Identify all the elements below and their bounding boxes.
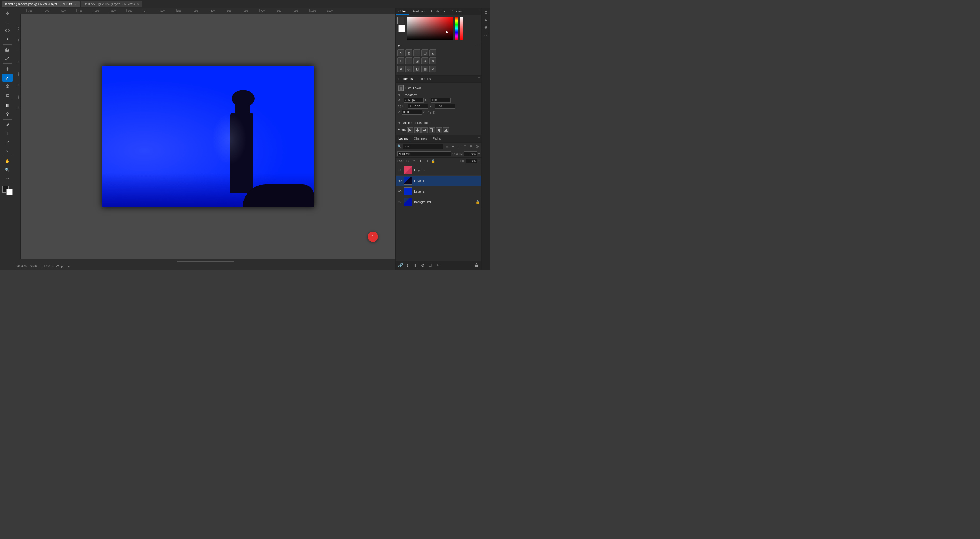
- channelmix-adj-icon[interactable]: ⊗: [430, 57, 436, 64]
- flip-v-icon[interactable]: ⇅: [433, 110, 436, 115]
- background-visibility-icon[interactable]: 👁: [397, 200, 402, 204]
- tab-gradients[interactable]: Gradients: [428, 8, 448, 15]
- fill-dropdown-icon[interactable]: ▾: [478, 159, 480, 163]
- text-tool[interactable]: T: [2, 129, 13, 137]
- layer-item-2[interactable]: 👁 Layer 2: [396, 186, 481, 197]
- foreground-color-square[interactable]: [397, 17, 404, 24]
- selection-tool[interactable]: ⬚: [2, 18, 13, 26]
- layer-filter-smart-icon[interactable]: ⊕: [469, 144, 474, 149]
- edge-tools-icon[interactable]: ⚙: [483, 9, 489, 16]
- canvas-image[interactable]: [102, 65, 314, 207]
- clone-tool[interactable]: [2, 82, 13, 90]
- tab-paths[interactable]: Paths: [430, 136, 444, 142]
- layer-group-button[interactable]: □: [427, 262, 433, 268]
- lock-pixels-icon[interactable]: ✒: [412, 158, 417, 163]
- scrollbar-horizontal[interactable]: [15, 259, 395, 263]
- layer-1-visibility-icon[interactable]: 👁: [397, 179, 402, 183]
- w-input[interactable]: [404, 98, 424, 102]
- tab-patterns[interactable]: Patterns: [448, 8, 465, 15]
- color-panel-expand-icon[interactable]: ⋯: [478, 8, 481, 15]
- opacity-dropdown-icon[interactable]: ▾: [478, 152, 480, 155]
- vibrance-adj-icon[interactable]: ◭: [430, 49, 436, 56]
- align-top-icon[interactable]: [429, 127, 435, 133]
- align-collapse-icon[interactable]: ▼: [398, 121, 401, 124]
- gradientmap-adj-icon[interactable]: ▤: [422, 65, 428, 72]
- more-info-icon[interactable]: ▶: [68, 265, 70, 268]
- fill-input[interactable]: [466, 159, 477, 163]
- canvas-content[interactable]: 1: [21, 14, 395, 259]
- brightness-adj-icon[interactable]: ☀: [397, 49, 404, 56]
- edge-actions-icon[interactable]: Ai: [483, 32, 489, 38]
- align-right-icon[interactable]: [422, 127, 428, 133]
- lock-all-icon[interactable]: 🔒: [431, 158, 436, 163]
- layer-effects-button[interactable]: ƒ: [405, 262, 411, 268]
- fab-annotation-button[interactable]: 1: [368, 231, 378, 242]
- h-input[interactable]: [408, 104, 428, 108]
- magic-wand-tool[interactable]: ✦: [2, 35, 13, 43]
- align-left-icon[interactable]: [407, 127, 414, 133]
- link-wh-icon[interactable]: ⛓: [398, 104, 401, 108]
- levels-adj-icon[interactable]: ▦: [405, 49, 412, 56]
- color-spectrum[interactable]: [407, 17, 453, 40]
- tab-channels[interactable]: Channels: [411, 136, 430, 142]
- extras-button[interactable]: ···: [2, 174, 13, 182]
- layer-delete-button[interactable]: 🗑: [473, 262, 480, 268]
- bw-adj-icon[interactable]: ◪: [414, 57, 420, 64]
- posterize-adj-icon[interactable]: ◎: [405, 65, 412, 72]
- layer-new-button[interactable]: +: [434, 262, 441, 268]
- flip-h-icon[interactable]: ⇆: [428, 110, 431, 115]
- shape-tool[interactable]: ○: [2, 147, 13, 155]
- properties-expand-icon[interactable]: ⋯: [478, 76, 481, 83]
- angle-dropdown-icon[interactable]: ▾: [423, 111, 425, 114]
- eyedropper-tool[interactable]: [2, 54, 13, 62]
- layer-3-visibility-icon[interactable]: 👁: [397, 168, 402, 172]
- path-selection-tool[interactable]: ↗: [2, 138, 13, 146]
- exposure-adj-icon[interactable]: ◫: [422, 49, 428, 56]
- layer-link-button[interactable]: 🔗: [397, 262, 404, 268]
- lock-artboard-icon[interactable]: ⊞: [424, 158, 430, 163]
- zoom-tool[interactable]: 🔍: [2, 166, 13, 174]
- hue-bar[interactable]: [455, 17, 458, 40]
- layer-filter-shape-icon[interactable]: □: [463, 144, 468, 149]
- layers-panel-expand-icon[interactable]: ⋯: [478, 136, 481, 142]
- eraser-tool[interactable]: [2, 91, 13, 99]
- tab-blending-modes[interactable]: blending modes.psd @ 66.7% (Layer 1, RGB…: [2, 1, 80, 7]
- color-swatches[interactable]: [2, 186, 13, 195]
- x-input[interactable]: [431, 98, 451, 102]
- brush-tool[interactable]: [2, 73, 13, 81]
- spectrum-cursor[interactable]: [446, 31, 449, 33]
- pen-tool[interactable]: [2, 121, 13, 129]
- tab-libraries[interactable]: Libraries: [416, 76, 433, 83]
- angle-input[interactable]: [402, 110, 422, 115]
- blend-mode-select[interactable]: Hard Mix Normal Multiply Screen Overlay …: [397, 151, 451, 156]
- background-color-square[interactable]: [398, 25, 405, 32]
- invert-adj-icon[interactable]: ◈: [397, 65, 404, 72]
- opacity-bar[interactable]: [460, 17, 463, 40]
- align-center-h-icon[interactable]: [414, 127, 420, 133]
- hsl-adj-icon[interactable]: ⊞: [397, 57, 404, 64]
- layer-mask-button[interactable]: ◫: [412, 262, 418, 268]
- layer-filter-pixel-icon[interactable]: ▤: [444, 144, 449, 149]
- edge-history-icon[interactable]: ◉: [483, 24, 489, 30]
- crop-tool[interactable]: [2, 46, 13, 54]
- colorbalance-adj-icon[interactable]: ⊟: [405, 57, 412, 64]
- tab-swatches[interactable]: Swatches: [409, 8, 428, 15]
- layers-search-input[interactable]: [403, 144, 443, 149]
- layer-2-visibility-icon[interactable]: 👁: [397, 189, 402, 194]
- gradient-tool[interactable]: [2, 101, 13, 110]
- adjustments-expand-icon[interactable]: ⋯: [476, 44, 480, 48]
- adjustments-collapse-icon[interactable]: ▼: [397, 44, 401, 48]
- hand-tool[interactable]: ✋: [2, 157, 13, 165]
- photofilter-adj-icon[interactable]: ⊕: [422, 57, 428, 64]
- layer-item-3[interactable]: 👁 Layer 3: [396, 165, 481, 175]
- y-input[interactable]: [435, 104, 455, 108]
- close-tab-2-icon[interactable]: ×: [137, 2, 139, 6]
- spot-healing-tool[interactable]: [2, 65, 13, 73]
- opacity-input[interactable]: [464, 151, 477, 156]
- layer-item-background[interactable]: 👁 Background 🔒: [396, 197, 481, 207]
- tab-untitled[interactable]: Untitled-1 @ 200% (Layer 6, RGB/8) ×: [81, 1, 142, 7]
- dodge-tool[interactable]: [2, 110, 13, 118]
- curves-adj-icon[interactable]: ⋯: [414, 49, 420, 56]
- tab-layers[interactable]: Layers: [396, 136, 411, 142]
- layer-filter-type-icon[interactable]: T: [457, 144, 461, 149]
